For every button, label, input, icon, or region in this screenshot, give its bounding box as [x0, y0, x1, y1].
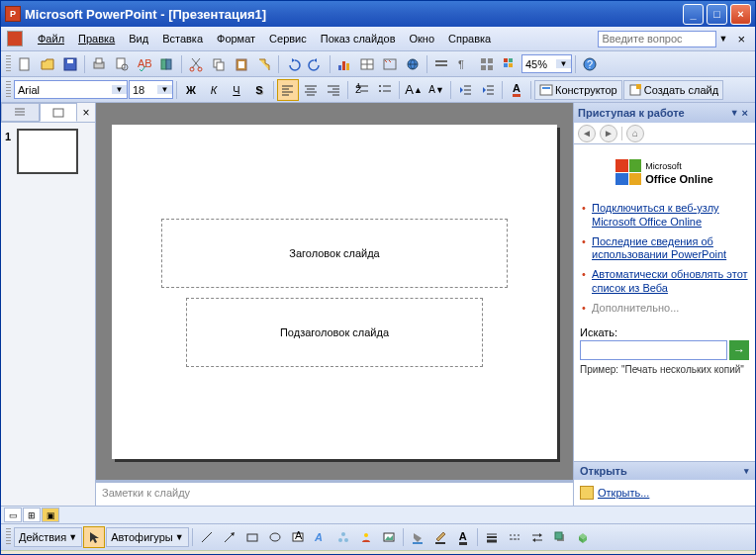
- slideshow-view-button[interactable]: ▣: [42, 508, 59, 522]
- print-button[interactable]: [88, 53, 110, 75]
- bullet-list-button[interactable]: [374, 79, 396, 101]
- underline-button[interactable]: Ч: [226, 79, 247, 101]
- notes-pane[interactable]: Заметки к слайду: [96, 480, 573, 506]
- maximize-button[interactable]: □: [707, 4, 727, 25]
- title-placeholder[interactable]: Заголовок слайда: [161, 219, 508, 288]
- line-style-button[interactable]: [481, 526, 503, 548]
- help-button[interactable]: ?: [579, 53, 601, 75]
- taskpane-close-button[interactable]: ×: [739, 107, 751, 119]
- expand-button[interactable]: [430, 53, 452, 75]
- picture-button[interactable]: [378, 526, 400, 548]
- menu-slideshow[interactable]: Показ слайдов: [314, 30, 403, 47]
- designer-button[interactable]: Конструктор: [534, 80, 622, 100]
- normal-view-button[interactable]: ▭: [4, 508, 22, 522]
- slide-canvas[interactable]: Заголовок слайда Подзаголовок слайда: [112, 125, 557, 459]
- sorter-view-button[interactable]: ⊞: [23, 508, 41, 522]
- menu-file[interactable]: Файл: [31, 30, 71, 47]
- increase-font-button[interactable]: A▲: [403, 79, 425, 101]
- fill-color-button[interactable]: [407, 526, 428, 548]
- link-connect[interactable]: Подключиться к веб-узлу Microsoft Office…: [580, 200, 749, 233]
- chart-button[interactable]: [333, 53, 355, 75]
- format-painter-button[interactable]: [253, 53, 275, 75]
- paste-button[interactable]: [231, 53, 252, 75]
- slide-canvas-area[interactable]: Заголовок слайда Подзаголовок слайда: [96, 103, 573, 480]
- cut-button[interactable]: [185, 53, 207, 75]
- rectangle-button[interactable]: [241, 526, 263, 548]
- line-button[interactable]: [196, 526, 218, 548]
- research-button[interactable]: [156, 53, 178, 75]
- toolbar-grip[interactable]: [6, 55, 11, 73]
- open-section-header[interactable]: Открыть▾: [574, 461, 755, 480]
- tables-borders-button[interactable]: [379, 53, 401, 75]
- new-button[interactable]: [14, 53, 36, 75]
- menu-format[interactable]: Формат: [210, 30, 262, 47]
- menu-view[interactable]: Вид: [122, 30, 155, 47]
- doc-icon[interactable]: [7, 31, 23, 46]
- dash-style-button[interactable]: [504, 526, 525, 548]
- nav-home-button[interactable]: ⌂: [626, 125, 644, 142]
- outline-tab[interactable]: [1, 103, 40, 122]
- color-button[interactable]: [499, 53, 520, 75]
- shadow-style-button[interactable]: [549, 526, 571, 548]
- align-left-button[interactable]: [277, 79, 299, 101]
- font-color-button-2[interactable]: A: [452, 526, 474, 548]
- search-go-button[interactable]: →: [729, 340, 749, 360]
- arrow-button[interactable]: [219, 526, 240, 548]
- spellcheck-button[interactable]: ABC: [134, 53, 155, 75]
- menu-insert[interactable]: Вставка: [155, 30, 210, 47]
- decrease-indent-button[interactable]: [454, 79, 476, 101]
- search-input[interactable]: [580, 340, 727, 360]
- zoom-dropdown[interactable]: 45%▼: [521, 54, 572, 73]
- open-button[interactable]: [37, 53, 58, 75]
- shadow-button[interactable]: S: [248, 79, 270, 101]
- ask-dropdown-icon[interactable]: ▼: [718, 34, 727, 44]
- font-dropdown[interactable]: Arial▼: [14, 80, 128, 99]
- table-button[interactable]: [356, 53, 378, 75]
- autoshapes-menu[interactable]: Автофигуры▼: [106, 527, 189, 547]
- line-color-button[interactable]: [429, 526, 451, 548]
- align-right-button[interactable]: [323, 79, 344, 101]
- slide-thumbnail[interactable]: 1: [5, 129, 91, 174]
- clipart-button[interactable]: [355, 526, 377, 548]
- tabs-close-button[interactable]: ×: [77, 103, 95, 122]
- taskpane-title[interactable]: Приступая к работе: [578, 107, 730, 119]
- slides-tab[interactable]: [40, 103, 78, 122]
- italic-button[interactable]: К: [203, 79, 225, 101]
- menu-edit[interactable]: Правка: [71, 30, 122, 47]
- arrow-style-button[interactable]: [526, 526, 548, 548]
- menu-help[interactable]: Справка: [441, 30, 498, 47]
- numbered-list-button[interactable]: 12: [351, 79, 373, 101]
- open-file-link[interactable]: Открыть...: [574, 480, 755, 506]
- taskpane-menu-icon[interactable]: ▼: [730, 108, 739, 118]
- copy-button[interactable]: [208, 53, 230, 75]
- nav-forward-button[interactable]: ►: [600, 125, 617, 142]
- doc-close-button[interactable]: ×: [733, 32, 749, 46]
- show-formatting-button[interactable]: ¶: [453, 53, 475, 75]
- wordart-button[interactable]: A: [310, 526, 331, 548]
- toolbar-grip-2[interactable]: [6, 81, 11, 99]
- oval-button[interactable]: [264, 526, 286, 548]
- subtitle-placeholder[interactable]: Подзаголовок слайда: [186, 298, 483, 367]
- menu-tools[interactable]: Сервис: [262, 30, 314, 47]
- decrease-font-button[interactable]: A▼: [425, 79, 447, 101]
- save-button[interactable]: [59, 53, 81, 75]
- hyperlink-button[interactable]: [402, 53, 424, 75]
- ask-question-input[interactable]: [598, 31, 716, 47]
- minimize-button[interactable]: _: [683, 4, 704, 25]
- link-news[interactable]: Последние сведения об использовании Powe…: [580, 233, 749, 267]
- textbox-button[interactable]: A: [287, 526, 309, 548]
- actions-menu[interactable]: Действия▼: [14, 527, 82, 547]
- nav-back-button[interactable]: ◄: [578, 125, 596, 142]
- font-color-button[interactable]: A: [506, 79, 527, 101]
- close-button[interactable]: ×: [730, 4, 751, 25]
- undo-button[interactable]: [282, 53, 304, 75]
- slide-preview[interactable]: [17, 129, 78, 174]
- grid-button[interactable]: [476, 53, 498, 75]
- menu-window[interactable]: Окно: [403, 30, 442, 47]
- print-preview-button[interactable]: [111, 53, 133, 75]
- link-more[interactable]: Дополнительно...: [580, 300, 749, 320]
- new-slide-button[interactable]: Создать слайд: [623, 80, 723, 100]
- increase-indent-button[interactable]: [477, 79, 499, 101]
- select-arrow-button[interactable]: [83, 526, 105, 548]
- diagram-button[interactable]: [332, 526, 354, 548]
